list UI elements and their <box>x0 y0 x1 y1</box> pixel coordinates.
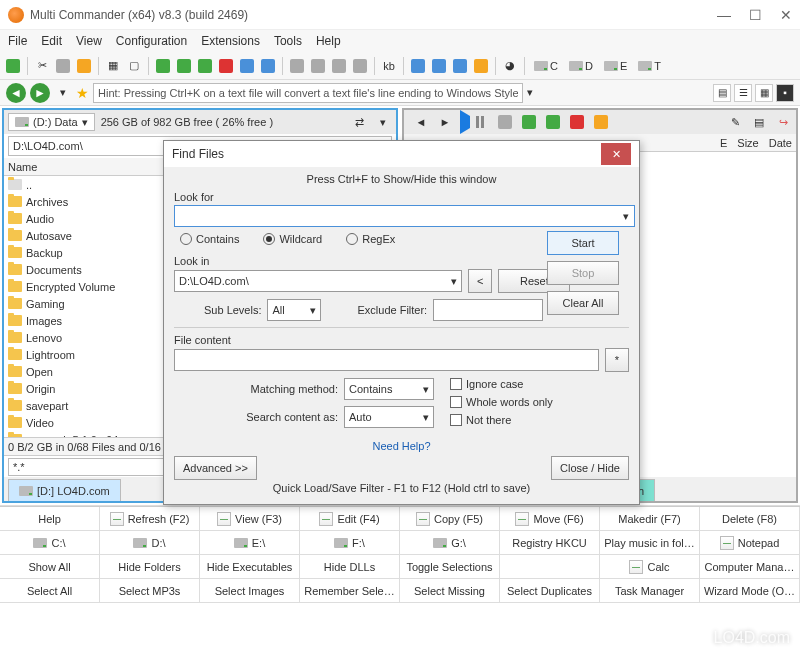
wildcard-button[interactable]: * <box>605 348 629 372</box>
clear-all-button[interactable]: Clear All <box>547 291 619 315</box>
tool-icon[interactable] <box>330 57 348 75</box>
bottom-button[interactable]: Move (F6) <box>500 507 600 531</box>
look-in-input[interactable]: D:\LO4D.com\▾ <box>174 270 462 292</box>
menu-help[interactable]: Help <box>316 34 341 48</box>
panel-icon[interactable]: ☰ <box>734 84 752 102</box>
tool-icon[interactable] <box>592 113 610 131</box>
history-back-icon[interactable]: ◄ <box>412 113 430 131</box>
bottom-button[interactable]: Edit (F4) <box>300 507 400 531</box>
swap-panels-icon[interactable]: ⇄ <box>350 113 368 131</box>
column-size[interactable]: Size <box>737 137 758 149</box>
panel-icon[interactable]: ▦ <box>755 84 773 102</box>
look-for-input[interactable] <box>174 205 635 227</box>
not-there-checkbox[interactable]: Not there <box>450 414 553 426</box>
history-fwd-icon[interactable]: ► <box>436 113 454 131</box>
matching-method-select[interactable]: Contains▾ <box>344 378 434 400</box>
drive-t[interactable]: T <box>634 60 665 72</box>
start-button[interactable]: Start <box>547 231 619 255</box>
bottom-button[interactable]: Hide DLLs <box>300 555 400 579</box>
tool-icon[interactable] <box>520 113 538 131</box>
bottom-button[interactable]: G:\ <box>400 531 500 555</box>
path-up-button[interactable]: < <box>468 269 492 293</box>
bottom-button[interactable]: Help <box>0 507 100 531</box>
bottom-button[interactable]: F:\ <box>300 531 400 555</box>
tool-icon[interactable] <box>451 57 469 75</box>
bottom-button[interactable]: Hide Folders <box>100 555 200 579</box>
bottom-button[interactable]: Select Duplicates <box>500 579 600 603</box>
minimize-button[interactable]: — <box>717 7 731 23</box>
bottom-button[interactable]: Play music in fol… <box>600 531 700 555</box>
menu-edit[interactable]: Edit <box>41 34 62 48</box>
tool-icon[interactable] <box>259 57 277 75</box>
bottom-button[interactable]: E:\ <box>200 531 300 555</box>
bottom-button[interactable]: Delete (F8) <box>700 507 800 531</box>
bottom-button[interactable] <box>500 555 600 579</box>
menu-extensions[interactable]: Extensions <box>201 34 260 48</box>
drive-d[interactable]: D <box>565 60 597 72</box>
panel-menu-icon[interactable]: ▾ <box>374 113 392 131</box>
hint-dropdown-icon[interactable]: ▾ <box>527 86 533 99</box>
bottom-button[interactable]: Show All <box>0 555 100 579</box>
close-hide-button[interactable]: Close / Hide <box>551 456 629 480</box>
column-ext[interactable]: E <box>720 137 727 149</box>
bottom-button[interactable]: D:\ <box>100 531 200 555</box>
bottom-button[interactable]: C:\ <box>0 531 100 555</box>
bottom-button[interactable]: Toggle Selections <box>400 555 500 579</box>
reload-icon[interactable] <box>4 57 22 75</box>
select-all-icon[interactable]: ▦ <box>104 57 122 75</box>
tool-icon[interactable] <box>568 113 586 131</box>
drive-selector[interactable]: (D:) Data ▾ <box>8 113 95 131</box>
bottom-button[interactable]: Calc <box>600 555 700 579</box>
hint-field[interactable] <box>93 83 523 103</box>
bottom-button[interactable]: Task Manager <box>600 579 700 603</box>
bottom-button[interactable]: Select All <box>0 579 100 603</box>
bottom-button[interactable]: Registry HKCU <box>500 531 600 555</box>
tool-icon[interactable] <box>472 57 490 75</box>
cut-icon[interactable]: ✂ <box>33 57 51 75</box>
pause-icon[interactable] <box>476 116 484 128</box>
select-none-icon[interactable]: ▢ <box>125 57 143 75</box>
maximize-button[interactable]: ☐ <box>749 7 762 23</box>
tool-icon[interactable] <box>288 57 306 75</box>
brush-icon[interactable]: ✎ <box>726 113 744 131</box>
bottom-button[interactable]: Makedir (F7) <box>600 507 700 531</box>
color-wheel-icon[interactable]: ◕ <box>501 57 519 75</box>
menu-view[interactable]: View <box>76 34 102 48</box>
tool-icon[interactable] <box>238 57 256 75</box>
dialog-close-button[interactable]: ✕ <box>601 143 631 165</box>
radio-contains[interactable]: Contains <box>180 233 239 245</box>
need-help-link[interactable]: Need Help? <box>174 440 629 452</box>
bottom-button[interactable]: Select MP3s <box>100 579 200 603</box>
stop-button[interactable]: Stop <box>547 261 619 285</box>
file-content-input[interactable] <box>174 349 599 371</box>
paste-icon[interactable] <box>75 57 93 75</box>
whole-words-checkbox[interactable]: Whole words only <box>450 396 553 408</box>
tool-icon[interactable] <box>196 57 214 75</box>
play-icon[interactable] <box>460 116 470 128</box>
search-content-as-select[interactable]: Auto▾ <box>344 406 434 428</box>
menu-tools[interactable]: Tools <box>274 34 302 48</box>
nav-back-icon[interactable]: ◄ <box>6 83 26 103</box>
tool-icon[interactable] <box>544 113 562 131</box>
tool-icon[interactable] <box>217 57 235 75</box>
drive-e[interactable]: E <box>600 60 631 72</box>
bottom-button[interactable]: Wizard Mode (O… <box>700 579 800 603</box>
history-icon[interactable]: ▾ <box>54 84 72 102</box>
tool-icon[interactable] <box>154 57 172 75</box>
dialog-titlebar[interactable]: Find Files ✕ <box>164 141 639 167</box>
bottom-button[interactable]: Refresh (F2) <box>100 507 200 531</box>
bottom-button[interactable]: Copy (F5) <box>400 507 500 531</box>
bottom-button[interactable]: View (F3) <box>200 507 300 531</box>
menu-file[interactable]: File <box>8 34 27 48</box>
panel-icon[interactable]: ▤ <box>713 84 731 102</box>
nav-forward-icon[interactable]: ► <box>30 83 50 103</box>
column-date[interactable]: Date <box>769 137 792 149</box>
redo-icon[interactable]: ↪ <box>774 113 792 131</box>
tool-icon[interactable] <box>496 113 514 131</box>
panel-icon[interactable]: ▪ <box>776 84 794 102</box>
kb-icon[interactable]: kb <box>380 57 398 75</box>
sub-levels-select[interactable]: All▾ <box>267 299 321 321</box>
bottom-button[interactable]: Hide Executables <box>200 555 300 579</box>
tool-icon[interactable] <box>409 57 427 75</box>
page-icon[interactable]: ▤ <box>750 113 768 131</box>
